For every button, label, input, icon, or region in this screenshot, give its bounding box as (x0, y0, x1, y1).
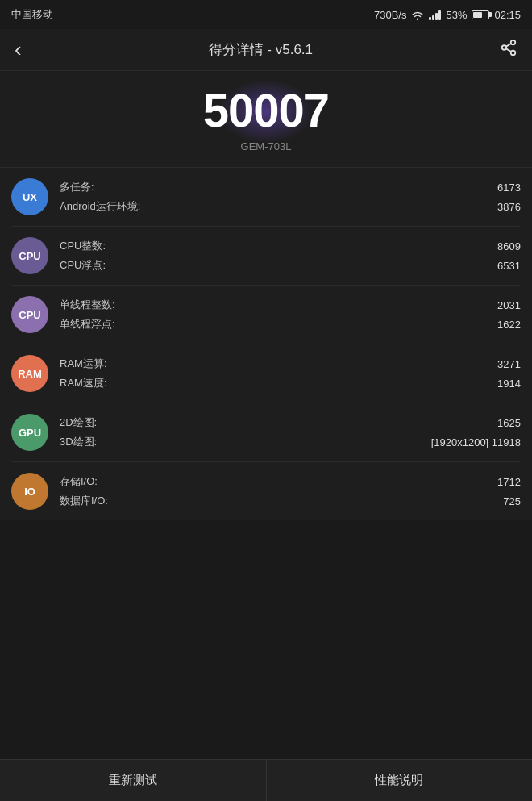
stat-value-5-0: 1712 (497, 476, 521, 488)
stat-label-3-1: RAM速度: (60, 376, 107, 390)
svg-point-0 (511, 40, 516, 45)
svg-line-4 (506, 44, 511, 47)
bottom-bar: 重新测试性能说明 (0, 759, 532, 801)
stat-group-1: CPUCPU整数:8609CPU浮点:6531 (11, 227, 521, 286)
stat-group-4: GPU2D绘图:16253D绘图:[1920x1200] 11918 (11, 403, 521, 462)
stat-value-4-0: 1625 (497, 417, 521, 429)
svg-point-1 (502, 45, 507, 50)
stat-line-1-0: CPU整数:8609 (60, 236, 521, 256)
stat-label-5-1: 数据库I/O: (60, 494, 108, 508)
stat-line-2-1: 单线程浮点:1622 (60, 315, 521, 334)
stat-group-0: UX多任务:6173Android运行环境:3876 (11, 168, 521, 227)
svg-line-3 (506, 48, 511, 52)
stat-line-0-0: 多任务:6173 (60, 177, 521, 197)
score-model: GEM-703L (0, 140, 532, 152)
stat-details-1: CPU整数:8609CPU浮点:6531 (60, 236, 521, 275)
stat-value-1-1: 6531 (497, 260, 521, 272)
stat-details-0: 多任务:6173Android运行环境:3876 (60, 177, 521, 216)
back-button[interactable]: ‹ (15, 37, 22, 62)
wifi-icon (411, 10, 424, 20)
stat-icon-1: CPU (11, 237, 48, 274)
stat-line-5-0: 存储I/O:1712 (60, 472, 521, 491)
stat-label-2-0: 单线程整数: (60, 298, 115, 312)
signal-bars (429, 9, 441, 20)
stat-label-1-0: CPU整数: (60, 239, 106, 253)
stat-value-0-0: 6173 (497, 181, 521, 194)
page-title: 得分详情 - v5.6.1 (209, 40, 313, 59)
stat-label-2-1: 单线程浮点: (60, 317, 115, 332)
stat-label-5-0: 存储I/O: (60, 474, 98, 489)
stat-label-3-0: RAM运算: (60, 357, 107, 371)
stat-group-5: IO存储I/O:1712数据库I/O:725 (11, 462, 521, 520)
network-speed: 730B/s (374, 9, 406, 21)
stat-label-0-1: Android运行环境: (60, 199, 140, 214)
stat-details-4: 2D绘图:16253D绘图:[1920x1200] 11918 (60, 413, 521, 452)
share-button[interactable] (500, 39, 517, 60)
stat-line-2-0: 单线程整数:2031 (60, 295, 521, 315)
stat-value-3-0: 3271 (497, 358, 521, 370)
stat-details-5: 存储I/O:1712数据库I/O:725 (60, 472, 521, 511)
stat-line-1-1: CPU浮点:6531 (60, 256, 521, 275)
status-right: 730B/s 53% 02:15 (374, 9, 521, 21)
svg-point-2 (511, 51, 516, 55)
stat-line-4-0: 2D绘图:1625 (60, 413, 521, 432)
header: ‹ 得分详情 - v5.6.1 (0, 29, 532, 71)
time-display: 02:15 (494, 9, 521, 21)
bottom-btn-0[interactable]: 重新测试 (0, 760, 267, 801)
status-bar: 中国移动 730B/s 53% 02:15 (0, 0, 532, 29)
stat-value-0-1: 3876 (497, 201, 521, 213)
stats-container: UX多任务:6173Android运行环境:3876CPUCPU整数:8609C… (0, 168, 532, 520)
stat-label-1-1: CPU浮点: (60, 258, 106, 273)
stat-icon-5: IO (11, 473, 48, 510)
bottom-btn-1[interactable]: 性能说明 (267, 760, 533, 801)
stat-value-5-1: 725 (503, 495, 521, 507)
stat-icon-2: CPU (11, 296, 48, 333)
battery-percent: 53% (446, 9, 467, 21)
score-number: 50007 (203, 84, 329, 136)
stat-label-0-0: 多任务: (60, 180, 94, 194)
stat-icon-0: UX (11, 178, 48, 215)
stat-group-3: RAMRAM运算:3271RAM速度:1914 (11, 344, 521, 403)
stat-label-4-1: 3D绘图: (60, 435, 97, 449)
stat-line-3-0: RAM运算:3271 (60, 354, 521, 373)
stat-value-3-1: 1914 (497, 378, 521, 390)
stat-line-0-1: Android运行环境:3876 (60, 197, 521, 216)
stat-value-2-1: 1622 (497, 319, 521, 331)
battery-icon (472, 10, 489, 19)
stat-label-4-0: 2D绘图: (60, 415, 97, 430)
stat-line-3-1: RAM速度:1914 (60, 373, 521, 393)
stat-line-4-1: 3D绘图:[1920x1200] 11918 (60, 432, 521, 452)
stat-icon-4: GPU (11, 414, 48, 451)
stat-value-1-0: 8609 (497, 240, 521, 252)
score-section: 50007 GEM-703L (0, 71, 532, 168)
stat-value-4-1: [1920x1200] 11918 (431, 436, 521, 448)
stat-details-2: 单线程整数:2031单线程浮点:1622 (60, 295, 521, 334)
stat-icon-3: RAM (11, 355, 48, 392)
stat-line-5-1: 数据库I/O:725 (60, 491, 521, 511)
carrier-text: 中国移动 (11, 7, 53, 22)
stat-details-3: RAM运算:3271RAM速度:1914 (60, 354, 521, 393)
stat-group-2: CPU单线程整数:2031单线程浮点:1622 (11, 286, 521, 344)
stat-value-2-0: 2031 (497, 299, 521, 311)
